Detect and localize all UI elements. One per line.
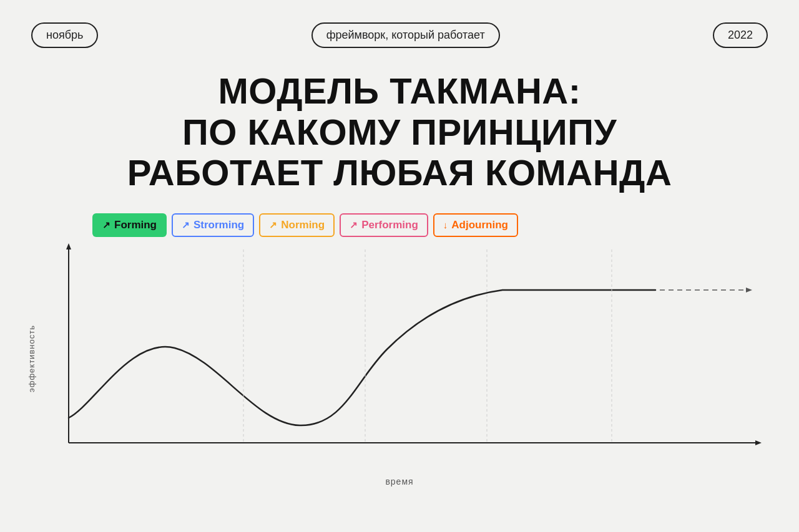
title-section: МОДЕЛЬ ТАКМАНА: ПО КАКОМУ ПРИНЦИПУ РАБОТ… <box>0 70 799 193</box>
stage-forming: ↗ Forming <box>92 213 167 237</box>
adjourning-label: Adjourning <box>451 219 508 231</box>
year-pill: 2022 <box>713 22 768 48</box>
adjourning-arrow: ↓ <box>443 220 448 230</box>
forming-arrow: ↗ <box>102 220 110 231</box>
subtitle-pill: фреймворк, который работает <box>311 22 500 48</box>
forming-label: Forming <box>114 219 157 231</box>
svg-marker-5 <box>746 288 752 293</box>
stage-storming: ↗ Strorming <box>172 213 254 237</box>
storming-arrow: ↗ <box>182 220 190 231</box>
stages-row: ↗ Forming ↗ Strorming ↗ Norming ↗ Perfor… <box>92 213 799 237</box>
norming-arrow: ↗ <box>269 220 277 231</box>
main-title: МОДЕЛЬ ТАКМАНА: ПО КАКОМУ ПРИНЦИПУ РАБОТ… <box>31 70 768 193</box>
norming-label: Norming <box>281 219 325 231</box>
x-axis-label: время <box>0 476 799 486</box>
month-pill: ноябрь <box>31 22 98 48</box>
svg-marker-3 <box>66 243 71 249</box>
performing-arrow: ↗ <box>350 220 358 231</box>
stage-adjourning: ↓ Adjourning <box>433 213 518 237</box>
storming-label: Strorming <box>194 219 244 231</box>
performing-label: Performing <box>361 219 418 231</box>
stage-performing: ↗ Performing <box>340 213 428 237</box>
header: ноябрь фреймворк, который работает 2022 <box>0 0 799 48</box>
chart-container: эффективность <box>31 243 768 474</box>
stage-norming: ↗ Norming <box>259 213 335 237</box>
svg-marker-2 <box>755 440 762 445</box>
chart-svg <box>31 243 768 474</box>
y-axis-label: эффективность <box>27 325 36 392</box>
